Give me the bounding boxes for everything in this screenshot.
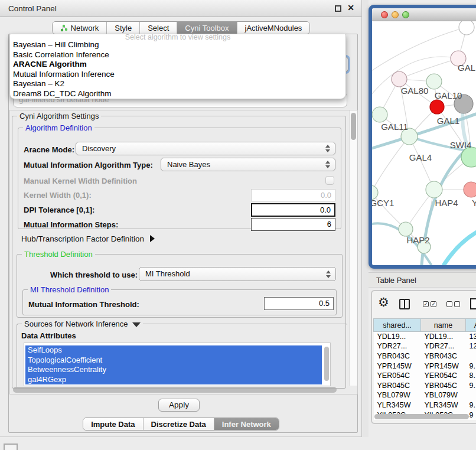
dpi-tolerance-field[interactable]: 0.0 [251, 203, 335, 217]
hide-all-columns-icon[interactable] [446, 301, 460, 307]
algorithm-option-selected[interactable]: ARACNE Algorithm [10, 60, 345, 70]
cell[interactable]: YER054C [374, 371, 421, 381]
which-threshold-combo[interactable]: MI Threshold [139, 267, 336, 281]
cell[interactable]: YDR27... [421, 341, 466, 351]
cell[interactable] [466, 390, 476, 400]
show-all-columns-icon[interactable]: ✓ ✓ [423, 301, 436, 307]
collapse-down-icon[interactable] [132, 322, 141, 327]
tab-select[interactable]: Select [140, 22, 177, 34]
cell[interactable]: 12 [466, 341, 476, 351]
tab-infer-network[interactable]: Infer Network [214, 418, 279, 430]
mi-threshold-field[interactable]: 0.5 [264, 297, 334, 310]
panel-divider[interactable] [362, 0, 369, 437]
cell[interactable]: YBL079W [374, 390, 421, 400]
table-row[interactable]: YLR345WYLR345W9. [374, 400, 476, 410]
cell[interactable]: YBR045C [374, 380, 421, 390]
cell[interactable]: 9. [466, 380, 476, 390]
list-item-selected[interactable]: SelfLoops [25, 345, 322, 356]
scrollbar-thumb[interactable] [351, 113, 356, 140]
hub-definition-expander[interactable]: Hub/Transcription Factor Definition [21, 234, 155, 243]
checked-box-icon: ✓ [431, 301, 436, 307]
kernel-width-field[interactable]: 0.0 [251, 189, 335, 201]
cell[interactable]: 8. [466, 371, 476, 381]
algorithm-option[interactable]: Mutual Information Inference [10, 70, 345, 80]
tab-impute-data[interactable]: Impute Data [83, 418, 143, 430]
sources-title: Sources for Network Inference [24, 319, 128, 328]
table-row[interactable]: YBL079WYBL079W [374, 390, 476, 400]
which-threshold-label: Which threshold to use: [50, 270, 138, 279]
settings-vertical-scrollbar[interactable] [349, 110, 357, 386]
node-label: GAL10 [435, 90, 462, 100]
cell[interactable]: YDL19... [421, 332, 466, 342]
algorithm-option[interactable]: Dream8 DC_TDC Algorithm [10, 89, 345, 99]
apply-button[interactable]: Apply [158, 399, 200, 412]
table-row[interactable]: YDR27...YDR27...12 [374, 341, 476, 351]
mi-algorithm-type-combo[interactable]: Naive Bayes [161, 158, 335, 171]
cell[interactable]: YDL19... [374, 332, 421, 342]
node-hap2 [399, 222, 413, 236]
list-scrollbar-thumb[interactable] [324, 347, 329, 381]
node-label: GAL80 [401, 86, 429, 96]
node-gal10 [426, 74, 442, 89]
close-icon[interactable]: ✕ [347, 3, 354, 12]
tab-style[interactable]: Style [107, 22, 140, 34]
table-row[interactable]: YDL19...YDL19...13 [374, 332, 476, 342]
algorithm-option[interactable]: Basic Correlation Inference [10, 50, 345, 60]
node-label: SWI4 [450, 140, 472, 150]
cell[interactable]: YDR27... [374, 341, 421, 351]
collapsed-panel-icon[interactable] [4, 444, 18, 450]
table-row[interactable]: YER054CYER054C8. [374, 371, 476, 381]
table-toolbar: ⚙ ✓ ✓ [372, 291, 476, 317]
column-header[interactable]: A [466, 319, 476, 332]
cell[interactable]: YBR043C [374, 351, 421, 361]
manual-kernel-checkbox[interactable] [325, 176, 334, 185]
tab-jactivemnodules[interactable]: jActiveMNodules [237, 22, 310, 34]
cell[interactable]: YLR345W [374, 400, 421, 410]
data-attributes-list[interactable]: SelfLoops TopologicalCoefficient Between… [24, 343, 331, 386]
cell[interactable]: YBR043C [421, 351, 466, 361]
table-row[interactable]: YBR045CYBR045C9. [374, 380, 476, 390]
cell[interactable]: YER054C [421, 371, 466, 381]
algorithm-option[interactable]: Bayesian – K2 [10, 79, 345, 89]
minimize-traffic-light[interactable] [392, 11, 399, 18]
tab-label: Impute Data [91, 420, 135, 429]
tab-label: Select [148, 24, 169, 32]
aracne-mode-combo[interactable]: Discovery [76, 142, 335, 155]
cell[interactable]: YBL079W [421, 390, 466, 400]
cell[interactable]: YPR145W [374, 361, 421, 371]
table-row[interactable]: YBR043CYBR043C [374, 351, 476, 361]
cell[interactable]: 13 [466, 332, 476, 342]
node-y [464, 182, 476, 197]
network-view-window[interactable]: GAL GAL80 GAL10 GAL1 GAL11 GAL4 SWI4 GCY… [369, 5, 476, 269]
expand-right-icon[interactable] [150, 235, 155, 242]
sources-collapse-header[interactable]: Sources for Network Inference [22, 319, 143, 328]
network-canvas[interactable]: GAL GAL80 GAL10 GAL1 GAL11 GAL4 SWI4 GCY… [372, 21, 476, 265]
float-window-icon[interactable] [335, 5, 341, 12]
zoom-traffic-light[interactable] [402, 11, 409, 18]
list-item-selected[interactable]: TopologicalCoefficient [25, 356, 322, 366]
list-item-selected[interactable]: gal4RGexp [25, 375, 322, 385]
close-traffic-light[interactable] [381, 11, 388, 18]
tab-discretize-data[interactable]: Discretize Data [144, 418, 214, 430]
tab-label: Infer Network [222, 420, 271, 429]
cell[interactable]: YLR345W [421, 400, 466, 410]
export-table-icon[interactable] [470, 298, 476, 309]
cell[interactable]: 9. [466, 400, 476, 410]
cell[interactable]: YPR145W [421, 361, 466, 371]
table-row[interactable]: YPR145WYPR145W9. [374, 361, 476, 371]
tab-network[interactable]: Network [53, 22, 107, 34]
tab-cyni-toolbox[interactable]: Cyni Toolbox [177, 22, 237, 34]
network-window-titlebar[interactable] [372, 8, 476, 21]
column-header-name[interactable]: name [421, 319, 466, 332]
algorithm-option[interactable]: Bayesian – Hill Climbing [10, 40, 345, 50]
column-header-shared-name[interactable]: shared... [374, 319, 421, 332]
mi-steps-field[interactable]: 6 [251, 218, 335, 231]
cell[interactable]: 9. [466, 361, 476, 371]
data-attributes-label: Data Attributes [21, 331, 76, 340]
list-item-selected[interactable]: BetweennessCentrality [25, 365, 322, 375]
table-horizontal-scrollbar[interactable] [374, 414, 469, 419]
gear-icon[interactable]: ⚙ [378, 296, 389, 309]
cell[interactable]: YBR045C [421, 380, 466, 390]
columns-icon[interactable] [399, 299, 410, 309]
cell[interactable] [466, 351, 476, 361]
